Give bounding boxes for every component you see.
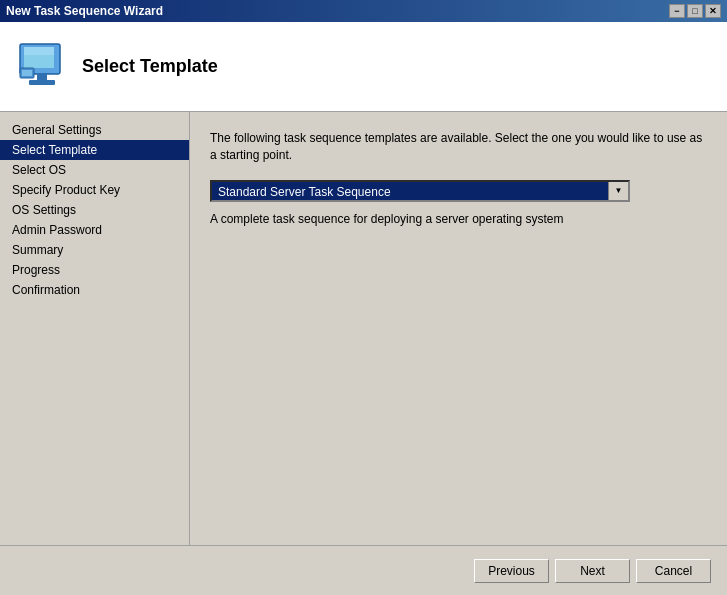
helper-text: A complete task sequence for deploying a…	[210, 212, 707, 226]
content-area: General SettingsSelect TemplateSelect OS…	[0, 112, 727, 545]
sidebar-item-select-os[interactable]: Select OS	[0, 160, 189, 180]
description-text: The following task sequence templates ar…	[210, 130, 707, 164]
next-button[interactable]: Next	[555, 559, 630, 583]
title-bar-label: New Task Sequence Wizard	[6, 4, 163, 18]
previous-button[interactable]: Previous	[474, 559, 549, 583]
dialog: Select Template General SettingsSelect T…	[0, 22, 727, 595]
sidebar-item-confirmation[interactable]: Confirmation	[0, 280, 189, 300]
sidebar-item-admin-password[interactable]: Admin Password	[0, 220, 189, 240]
sidebar-item-select-template[interactable]: Select Template	[0, 140, 189, 160]
svg-rect-6	[22, 70, 32, 76]
cancel-button[interactable]: Cancel	[636, 559, 711, 583]
page-title: Select Template	[82, 56, 218, 77]
svg-rect-2	[24, 47, 54, 55]
sidebar-item-progress[interactable]: Progress	[0, 260, 189, 280]
close-button[interactable]: ✕	[705, 4, 721, 18]
sidebar: General SettingsSelect TemplateSelect OS…	[0, 112, 190, 545]
footer: Previous Next Cancel	[0, 545, 727, 595]
title-bar: New Task Sequence Wizard − □ ✕	[0, 0, 727, 22]
template-select-box[interactable]: Standard Server Task Sequence ▼	[210, 180, 630, 202]
sidebar-item-os-settings[interactable]: OS Settings	[0, 200, 189, 220]
minimize-button[interactable]: −	[669, 4, 685, 18]
svg-rect-4	[29, 80, 55, 85]
title-bar-buttons: − □ ✕	[669, 4, 721, 18]
dropdown-container: Standard Server Task Sequence ▼	[210, 180, 707, 202]
header-icon	[16, 41, 68, 93]
header: Select Template	[0, 22, 727, 112]
sidebar-item-specify-product-key[interactable]: Specify Product Key	[0, 180, 189, 200]
sidebar-item-summary[interactable]: Summary	[0, 240, 189, 260]
dropdown-arrow-button[interactable]: ▼	[608, 182, 628, 200]
maximize-button[interactable]: □	[687, 4, 703, 18]
svg-rect-3	[37, 74, 47, 81]
sidebar-item-general-settings[interactable]: General Settings	[0, 120, 189, 140]
template-selected-value: Standard Server Task Sequence	[212, 182, 608, 200]
main-panel: The following task sequence templates ar…	[190, 112, 727, 545]
